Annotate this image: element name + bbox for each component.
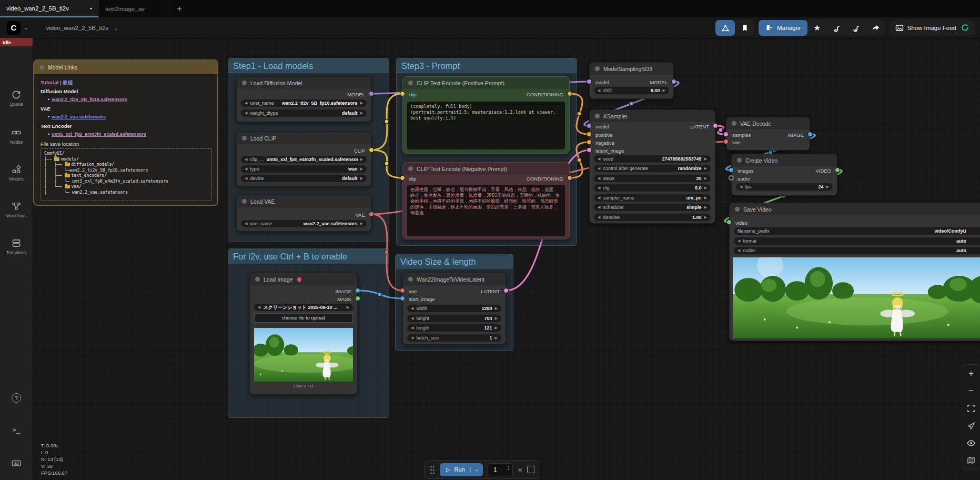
model-link[interactable]: wan2.2_vae.safetensors: [52, 114, 106, 119]
node-negative-prompt[interactable]: CLIP Text Encode (Negative Prompt) clipC…: [402, 162, 570, 239]
widget-fps[interactable]: ◀fps24▶: [736, 183, 833, 191]
sidebar-item-models[interactable]: Models: [0, 164, 33, 182]
collapse-dot-icon[interactable]: [737, 158, 742, 163]
node-model-links[interactable]: Model Links Tutorial | 教程 Diffusion Mode…: [33, 59, 218, 206]
sidebar-item-workflows[interactable]: Workflows: [0, 201, 33, 218]
collapse-dot-icon[interactable]: [732, 121, 736, 126]
zoom-out-button[interactable]: −: [964, 384, 978, 398]
widget-clip-name[interactable]: ◀clip_...umt5_xxl_fp8_e4m3fn_scaled.safe…: [241, 156, 367, 163]
group-video-size-title[interactable]: Video Size & length: [396, 254, 513, 269]
stop-button[interactable]: [527, 466, 534, 473]
port-model-output[interactable]: [369, 91, 374, 96]
run-button[interactable]: ▷Run ⌄: [440, 463, 483, 476]
video-preview[interactable]: [733, 257, 980, 338]
run-options-dropdown[interactable]: ⌄: [470, 467, 483, 472]
widget-image-combo[interactable]: ◀スクリーンショット 2025-09-10 ...▶: [254, 304, 353, 311]
widget-codec[interactable]: ◀codecauto: [734, 247, 980, 254]
node-load-image[interactable]: Load Image IMAGE MASK ◀スクリーンショット 2025-09…: [249, 273, 358, 395]
node-model-sampling-sd3[interactable]: ModelSamplingSD3 modelMODEL ◀shift8.00▶: [589, 62, 674, 99]
toggle-links-button[interactable]: [964, 436, 978, 450]
collapse-dot-icon[interactable]: [255, 277, 260, 282]
node-load-vae[interactable]: Load VAE VAE ◀vae_namewan2.2_vae.safeten…: [236, 195, 371, 232]
batch-count-input[interactable]: 1 ▲▼: [488, 463, 513, 476]
vacuum-button-1[interactable]: [827, 20, 846, 36]
port-model-output-sd3[interactable]: [671, 79, 676, 84]
tutorial-link[interactable]: Tutorial: [41, 79, 58, 85]
widget-device[interactable]: ◀devicedefault▶: [241, 175, 367, 182]
group-step3-title[interactable]: Step3 - Prompt: [397, 58, 577, 73]
zoom-in-button[interactable]: +: [964, 367, 978, 381]
port-conditioning-output-negative[interactable]: [567, 175, 572, 181]
port-video-output[interactable]: [835, 167, 840, 173]
collapse-dot-icon[interactable]: [242, 81, 247, 85]
port-clip-output[interactable]: [369, 147, 374, 153]
node-ksampler[interactable]: KSampler modelLATENT positive negative l…: [589, 109, 715, 224]
share-button[interactable]: [866, 20, 885, 36]
tab-video-wan[interactable]: video_wan2_2_5B_ti2v ●: [0, 0, 99, 17]
collapse-dot-icon[interactable]: [242, 199, 247, 204]
port-negative-input[interactable]: [587, 139, 592, 145]
node-load-diffusion-model[interactable]: Load Diffusion Model MODEL ◀unet_namewan…: [236, 76, 371, 122]
widget-length[interactable]: ◀length121▶: [407, 324, 501, 332]
widget-batch-size[interactable]: ◀batch_size1▶: [407, 334, 501, 342]
node-vae-decode[interactable]: VAE Decode samplesIMAGE vae: [726, 117, 810, 151]
widget-vae-name[interactable]: ◀vae_namewan2.2_vae.safetensors▶: [241, 220, 367, 227]
port-images-input[interactable]: [729, 167, 734, 173]
fit-view-button[interactable]: [964, 402, 978, 415]
port-latent-output-ksampler[interactable]: [713, 123, 718, 128]
group-i2v-title[interactable]: For i2v, use Ctrl + B to enable: [228, 249, 389, 264]
widget-unet-name[interactable]: ◀unet_namewan2.2_ti2v_5B_fp16.safetensor…: [241, 99, 367, 107]
show-image-feed-button[interactable]: Show Image Feed: [907, 25, 956, 31]
port-latent-output-wan22[interactable]: [503, 288, 509, 293]
shortcuts-button[interactable]: [0, 458, 33, 468]
port-model-input-sd3[interactable]: [587, 79, 592, 84]
widget-height[interactable]: ◀height704▶: [407, 315, 501, 322]
port-mask-output-loadimage[interactable]: [355, 296, 360, 301]
bookmark-button[interactable]: [735, 20, 754, 36]
port-positive-input[interactable]: [587, 132, 592, 137]
collapse-dot-icon[interactable]: [408, 166, 413, 171]
chevron-down-icon[interactable]: ⌄: [24, 25, 28, 31]
collapse-dot-icon[interactable]: [39, 65, 44, 70]
manager-button[interactable]: Manager: [759, 20, 807, 36]
port-conditioning-output-positive[interactable]: [567, 91, 572, 96]
collapse-dot-icon[interactable]: [408, 277, 413, 282]
port-image-output-loadimage[interactable]: [355, 288, 360, 293]
model-link[interactable]: umt5_xxl_fp8_e4m3fn_scaled.safetensors: [52, 132, 146, 137]
widget-width[interactable]: ◀width1280▶: [407, 305, 501, 312]
model-link[interactable]: wan2.2_ti2v_5B_fp16.safetensors: [52, 97, 127, 102]
port-audio-input[interactable]: [729, 175, 734, 181]
tab-text2image[interactable]: text2image_av: [99, 0, 168, 17]
collapse-dot-icon[interactable]: [242, 136, 247, 141]
port-clip-input-positive[interactable]: [400, 91, 405, 96]
collapse-dot-icon[interactable]: [735, 207, 740, 212]
group-step1-title[interactable]: Step1 - Load models: [228, 58, 389, 73]
node-positive-prompt[interactable]: CLIP Text Encode (Positive Prompt) clipC…: [402, 76, 570, 154]
port-video-input-save[interactable]: [726, 219, 732, 225]
tutorial-link-zh[interactable]: 教程: [63, 79, 73, 85]
widget-sampler-name[interactable]: ◀sampler_nameuni_pc▶: [594, 194, 711, 202]
help-button[interactable]: ?: [0, 393, 33, 403]
sidebar-item-templates[interactable]: Templates: [0, 238, 33, 255]
node-create-video[interactable]: Create Video imagesVIDEO audio ◀fps24▶: [731, 154, 837, 196]
widget-scheduler[interactable]: ◀schedulersimple▶: [594, 204, 711, 211]
collapse-dot-icon[interactable]: [595, 66, 600, 71]
node-wan22-image-to-video-latent[interactable]: Wan22ImageToVideoLatent vaeLATENT start_…: [402, 273, 506, 345]
minimap-button[interactable]: [964, 454, 978, 467]
star-button[interactable]: ★: [807, 20, 827, 36]
workflow-name-selector[interactable]: video_wan2_2_5B_ti2v ⌄: [46, 25, 121, 31]
port-image-output-decode[interactable]: [807, 132, 813, 137]
port-model-input-ksampler[interactable]: [587, 123, 592, 128]
node-load-clip[interactable]: Load CLIP CLIP ◀clip_...umt5_xxl_fp8_e4m…: [236, 132, 371, 187]
port-vae-output[interactable]: [369, 212, 374, 217]
port-clip-input-negative[interactable]: [400, 175, 405, 181]
widget-denoise[interactable]: ◀denoise1.00▶: [594, 214, 711, 221]
port-vae-input-decode[interactable]: [723, 139, 729, 144]
collapse-dot-icon[interactable]: [408, 81, 413, 85]
graph-view-button[interactable]: [715, 20, 735, 36]
drag-handle[interactable]: [430, 465, 435, 474]
node-save-video[interactable]: Save Video video filename_prefixvideo/Co…: [729, 203, 980, 341]
widget-seed[interactable]: ◀seed274785682553745▶: [594, 155, 711, 163]
widget-shift[interactable]: ◀shift8.00▶: [594, 87, 669, 94]
sidebar-item-queue[interactable]: Queue: [0, 89, 33, 107]
